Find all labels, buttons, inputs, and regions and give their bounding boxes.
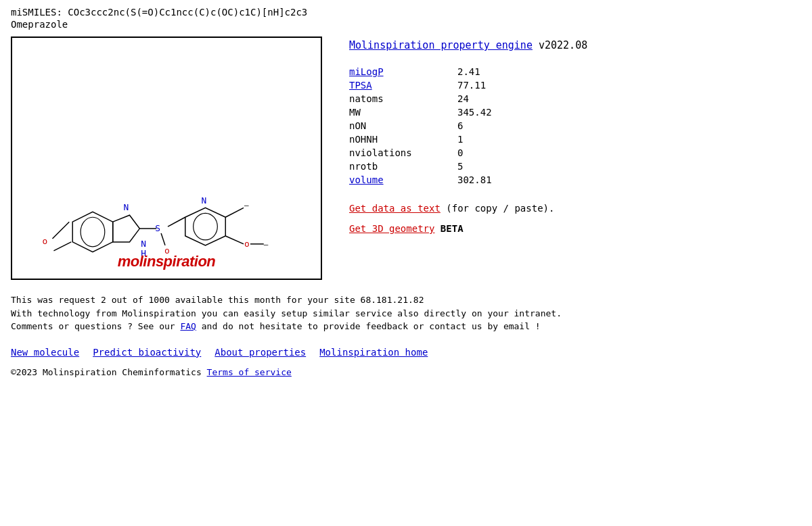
svg-text:N: N <box>141 239 146 249</box>
molecule-logo: molinspiration <box>118 253 216 270</box>
property-name[interactable]: TPSA <box>349 78 457 92</box>
svg-line-11 <box>168 217 185 226</box>
property-link[interactable]: TPSA <box>349 80 372 91</box>
property-row: nON6 <box>349 119 492 133</box>
property-value: 24 <box>457 92 492 105</box>
header-molecule-name: Omeprazole <box>11 19 801 30</box>
property-link[interactable]: volume <box>349 174 384 185</box>
property-value: 77.11 <box>457 78 492 92</box>
property-name: nOHNH <box>349 133 457 146</box>
molecule-name-text: Omeprazole <box>11 19 68 30</box>
property-value: 2.41 <box>457 65 492 78</box>
svg-line-0 <box>52 222 69 239</box>
properties-panel: Molinspiration property engine v2022.08 … <box>349 37 801 243</box>
property-row: miLogP2.41 <box>349 65 492 78</box>
get-3d-suffix: BETA <box>434 223 463 234</box>
svg-line-9 <box>161 233 165 245</box>
svg-text:o: o <box>244 239 250 249</box>
info-line1: This was request 2 out of 1000 available… <box>11 293 801 307</box>
engine-version: v2022.08 <box>539 39 587 51</box>
property-value: 6 <box>457 119 492 133</box>
svg-text:S: S <box>155 223 160 233</box>
property-row: nOHNH1 <box>349 133 492 146</box>
svg-text:—: — <box>264 240 269 249</box>
property-name: nON <box>349 119 457 133</box>
svg-text:o: o <box>43 236 48 246</box>
svg-marker-3 <box>113 215 140 242</box>
property-row: volume302.81 <box>349 173 492 187</box>
get-data-link[interactable]: Get data as text <box>349 203 441 214</box>
main-layout: o N N H S o N — o <box>11 37 801 280</box>
property-row: MW345.42 <box>349 105 492 119</box>
svg-line-22 <box>53 242 71 251</box>
property-link[interactable]: miLogP <box>349 66 384 77</box>
svg-point-21 <box>194 213 218 240</box>
svg-text:N: N <box>202 195 207 206</box>
get-data-text-line: Get data as text (for copy / paste). <box>349 203 801 214</box>
copyright: ©2023 Molinspiration Cheminformatics Ter… <box>11 367 801 377</box>
faq-link[interactable]: FAQ <box>180 321 196 331</box>
get-data-suffix: (for copy / paste). <box>441 203 555 214</box>
property-row: nviolations0 <box>349 146 492 160</box>
info-section: This was request 2 out of 1000 available… <box>11 293 801 333</box>
property-value: 5 <box>457 160 492 173</box>
info-line3-post: and do not hesitate to provide feedback … <box>196 321 541 331</box>
svg-text:N: N <box>124 202 129 212</box>
get-3d-line: Get 3D geometry BETA <box>349 223 801 234</box>
footer-link[interactable]: Molinspiration home <box>319 347 428 358</box>
property-name: nviolations <box>349 146 457 160</box>
footer-link[interactable]: About properties <box>215 347 306 358</box>
property-name: MW <box>349 105 457 119</box>
svg-point-20 <box>81 217 105 247</box>
svg-marker-2 <box>72 212 112 252</box>
property-value: 345.42 <box>457 105 492 119</box>
copyright-text: ©2023 Molinspiration Cheminformatics <box>11 367 207 377</box>
property-row: nrotb5 <box>349 160 492 173</box>
engine-link[interactable]: Molinspiration property engine <box>349 39 533 51</box>
property-name: natoms <box>349 92 457 105</box>
header-smiles: miSMILES: COc3ccc2nc(S(=O)Cc1ncc(C)c(OC)… <box>11 7 801 18</box>
property-name[interactable]: volume <box>349 173 457 187</box>
svg-line-14 <box>225 208 244 217</box>
info-line2: With technology from Molinspiration you … <box>11 307 801 320</box>
properties-table: miLogP2.41TPSA77.11natoms24MW345.42nON6n… <box>349 65 492 187</box>
property-name[interactable]: miLogP <box>349 65 457 78</box>
engine-title: Molinspiration property engine v2022.08 <box>349 39 801 51</box>
info-line3-pre: Comments or questions ? See our <box>11 321 180 331</box>
footer-link[interactable]: Predict bioactivity <box>93 347 201 358</box>
svg-text:—: — <box>244 201 249 210</box>
molecule-image-box: o N N H S o N — o <box>11 37 322 280</box>
property-row: natoms24 <box>349 92 492 105</box>
footer-links: New moleculePredict bioactivityAbout pro… <box>11 347 801 358</box>
smiles-text: miSMILES: COc3ccc2nc(S(=O)Cc1ncc(C)c(OC)… <box>11 7 307 18</box>
svg-line-16 <box>225 236 244 244</box>
property-row: TPSA77.11 <box>349 78 492 92</box>
tos-link[interactable]: Terms of service <box>207 367 292 377</box>
property-name: nrotb <box>349 160 457 173</box>
property-value: 0 <box>457 146 492 160</box>
property-value: 302.81 <box>457 173 492 187</box>
info-line3: Comments or questions ? See our FAQ and … <box>11 320 801 333</box>
footer-link[interactable]: New molecule <box>11 347 79 358</box>
get-3d-link[interactable]: Get 3D geometry <box>349 223 434 234</box>
molecule-structure: o N N H S o N — o <box>12 38 321 279</box>
property-value: 1 <box>457 133 492 146</box>
